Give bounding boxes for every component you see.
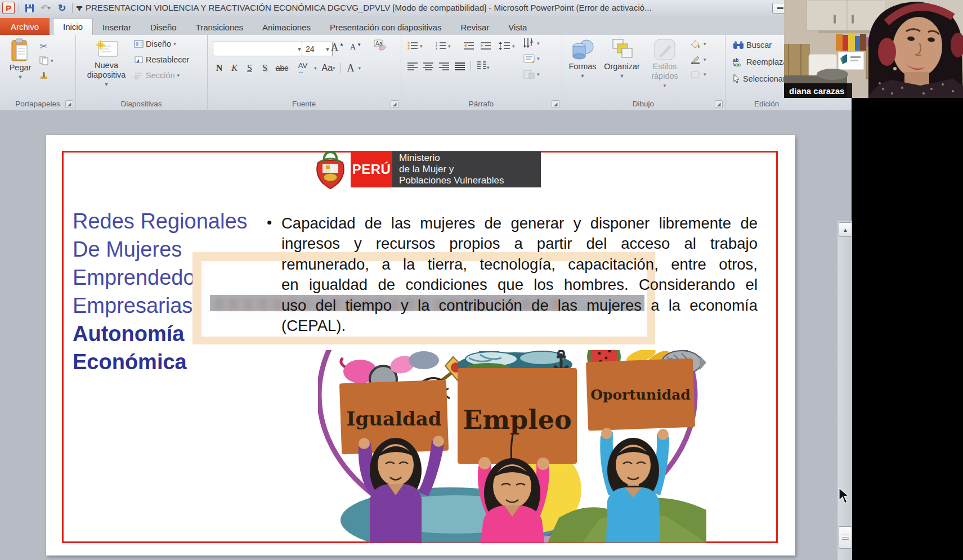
powerpoint-app-icon[interactable]: P	[2, 2, 15, 14]
tab-diseno[interactable]: Diseño	[141, 19, 186, 35]
peru-coat-of-arms	[313, 150, 347, 190]
sign-empleo-text: Empleo	[463, 405, 571, 435]
columns-button[interactable]: ▾	[477, 61, 490, 71]
text-direction-button[interactable]: A▾	[523, 38, 540, 48]
tab-transiciones[interactable]: Transiciones	[186, 19, 253, 35]
cursor-select-icon	[733, 74, 741, 83]
layout-button[interactable]: Diseño▾	[134, 39, 176, 48]
tab-archivo[interactable]: Archivo	[0, 18, 50, 35]
sign-oportunidad-text: Oportunidad	[590, 387, 691, 403]
grow-font-button[interactable]: A▲	[331, 42, 344, 53]
body-line: remunerado, a la tierra, tecnología, cap…	[281, 254, 758, 275]
clipboard-dialog-launcher[interactable]: ◢	[65, 100, 73, 108]
group-label-editing: Edición	[725, 100, 852, 108]
redo-icon[interactable]: ↻	[56, 2, 68, 14]
divider	[72, 3, 73, 13]
shape-fill-icon	[690, 39, 701, 48]
strikethrough-button[interactable]: abc	[272, 61, 292, 75]
format-painter-button[interactable]	[39, 71, 49, 80]
vertical-scrollbar[interactable]: ▲ ▼ ▲▲ ▼	[837, 221, 852, 560]
section-button[interactable]: Sección▾	[134, 71, 180, 80]
scrollbar-thumb[interactable]	[839, 526, 852, 549]
shapes-button[interactable]: Formas▼	[566, 38, 599, 81]
replace-icon: abac	[733, 57, 744, 66]
convert-smartart-button[interactable]: ▾	[523, 70, 540, 79]
change-case-button[interactable]: Aa▾	[319, 61, 338, 75]
clear-formatting-button[interactable]: Aa	[374, 39, 386, 51]
text-shadow-button[interactable]: S	[257, 61, 272, 75]
numbering-button[interactable]: 123▾	[436, 42, 451, 50]
alignment-buttons: ▾	[407, 61, 490, 71]
screen: P ↶▾ ↻ ▬▼ PRESENTACION VIOLENCIA Y REACT…	[0, 0, 963, 560]
ministry-line: de la Mujer y	[399, 164, 541, 175]
group-slides: Nueva diapositiva▼ Diseño▾ Restablecer S…	[75, 35, 208, 110]
replace-button[interactable]: abac Reemplazar	[733, 57, 790, 66]
find-button[interactable]: Buscar	[733, 41, 772, 50]
font-dialog-launcher[interactable]: ◢	[391, 100, 398, 108]
scroll-up-button[interactable]: ▲	[839, 222, 852, 237]
font-name-combo[interactable]: ▼	[213, 42, 304, 56]
bullets-button[interactable]: ▾	[407, 42, 423, 50]
font-size-combo[interactable]: 24▼	[302, 42, 333, 56]
line-spacing-button[interactable]: ▾	[499, 42, 515, 50]
character-spacing-button[interactable]: AV↔	[292, 61, 314, 75]
tab-presentacion[interactable]: Presentación con diapositivas	[320, 19, 451, 35]
group-label-paragraph: Párrafo	[401, 100, 562, 108]
bold-button[interactable]: N	[212, 61, 227, 75]
save-icon[interactable]	[23, 2, 35, 14]
align-text-button[interactable]: ▾	[523, 54, 540, 63]
arrange-button[interactable]: Organizar▼	[601, 38, 643, 81]
justify-icon[interactable]	[455, 62, 465, 70]
slide-illustration-image[interactable]: Igualdad Empleo Oportunidad	[318, 350, 706, 543]
copy-button[interactable]: ▾	[39, 56, 53, 65]
quick-styles-button[interactable]: Estilos rápidos▾	[644, 38, 686, 91]
tab-inicio[interactable]: Inicio	[53, 18, 93, 35]
group-clipboard: Pegar▼ ✂​ ▾ Portapapeles ◢	[0, 35, 76, 110]
paragraph-dialog-launcher[interactable]: ◢	[552, 100, 559, 108]
shape-fill-button[interactable]: ▾	[690, 39, 706, 48]
participant-name-label: diana carazas	[784, 83, 852, 98]
powerpoint-window: P ↶▾ ↻ ▬▼ PRESENTACION VIOLENCIA Y REACT…	[0, 0, 852, 560]
copy-icon	[39, 56, 48, 65]
cut-button[interactable]: ✂​	[39, 41, 50, 52]
qat-customize-icon[interactable]: ▬▼	[77, 5, 82, 11]
group-drawing: Formas▼ Organizar▼ Estilos rápidos▾ ▾ ▾	[562, 35, 725, 110]
svg-text:3: 3	[436, 47, 437, 50]
shape-outline-button[interactable]: ▾	[690, 55, 706, 64]
bullet-marker: •	[267, 212, 272, 232]
tab-revisar[interactable]: Revisar	[451, 19, 499, 35]
tab-animaciones[interactable]: Animaciones	[253, 19, 320, 35]
align-left-icon[interactable]	[407, 62, 418, 70]
shape-effects-button[interactable]: ▾	[690, 70, 706, 79]
new-slide-button[interactable]: Nueva diapositiva▼	[82, 38, 131, 89]
align-right-icon[interactable]	[439, 62, 449, 70]
layout-icon	[134, 40, 144, 48]
shrink-font-button[interactable]: A▼	[350, 43, 361, 52]
group-label-slides: Diapositivas	[75, 100, 207, 108]
drawing-dialog-launcher[interactable]: ◢	[715, 100, 723, 108]
align-text-icon	[523, 54, 535, 63]
align-center-icon[interactable]	[423, 62, 433, 70]
quick-access-toolbar: P ↶▾ ↻ ▬▼	[2, 2, 82, 14]
webcam-video-tile[interactable]: diana carazas	[784, 0, 963, 98]
select-button[interactable]: Seleccionar	[733, 74, 786, 83]
group-label-clipboard: Portapapeles	[0, 100, 75, 108]
italic-button[interactable]: K	[227, 61, 242, 75]
reset-button[interactable]: Restablecer	[134, 55, 189, 64]
undo-icon[interactable]: ↶▾	[39, 2, 52, 14]
section-icon	[134, 71, 144, 79]
sign-igualdad-text: Igualdad	[347, 407, 442, 430]
slide-canvas[interactable]: PERÚ Ministerio de la Mujer y Poblacione…	[46, 135, 795, 555]
body-textbox[interactable]: • Capacidad de las mujeres de generar y …	[281, 213, 758, 336]
tab-insertar[interactable]: Insertar	[93, 19, 141, 35]
title-line: Redes Regionales	[73, 207, 267, 235]
tab-vista[interactable]: Vista	[499, 19, 536, 35]
svg-text:ac: ac	[735, 62, 741, 66]
paste-button[interactable]: Pegar▼	[6, 38, 35, 82]
underline-button[interactable]: S	[242, 61, 257, 75]
decrease-indent-button[interactable]	[464, 42, 474, 50]
ribbon: Pegar▼ ✂​ ▾ Portapapeles ◢ Nueva diaposi…	[0, 35, 852, 111]
body-line: (CEPAL).	[281, 316, 758, 336]
increase-indent-button[interactable]	[481, 42, 491, 50]
font-color-button[interactable]: A	[343, 61, 359, 75]
